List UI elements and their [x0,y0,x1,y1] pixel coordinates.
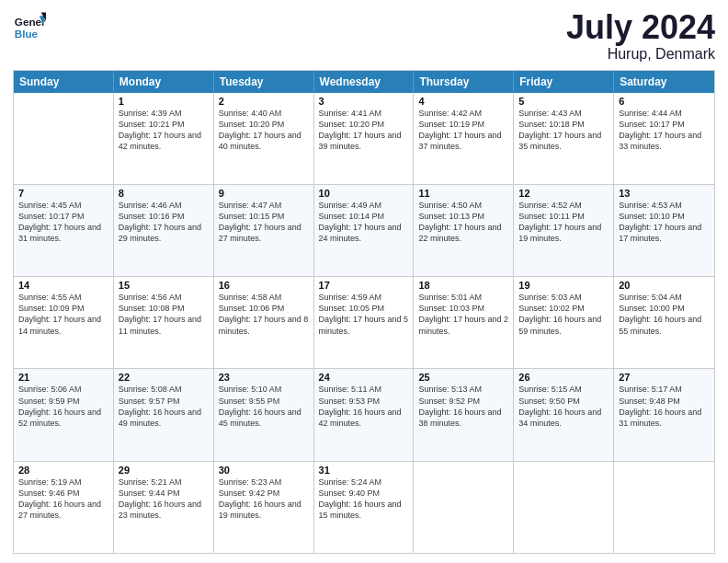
cal-cell-3-6: 27Sunrise: 5:17 AM Sunset: 9:48 PM Dayli… [614,369,714,460]
day-info: Sunrise: 4:43 AM Sunset: 10:18 PM Daylig… [518,108,609,153]
cal-cell-1-0: 7Sunrise: 4:45 AM Sunset: 10:17 PM Dayli… [14,185,114,276]
day-number: 13 [619,188,710,199]
cal-cell-0-0 [14,93,114,184]
calendar-row-3: 21Sunrise: 5:06 AM Sunset: 9:59 PM Dayli… [14,368,714,460]
day-number: 3 [319,96,409,107]
page: General Blue July 2024 Hurup, Denmark Su… [0,0,728,563]
day-info: Sunrise: 4:40 AM Sunset: 10:20 PM Daylig… [219,108,309,153]
cal-cell-1-6: 13Sunrise: 4:53 AM Sunset: 10:10 PM Dayl… [614,185,714,276]
calendar-body: 1Sunrise: 4:39 AM Sunset: 10:21 PM Dayli… [14,93,714,553]
cal-cell-4-0: 28Sunrise: 5:19 AM Sunset: 9:46 PM Dayli… [14,462,114,553]
day-number: 10 [319,188,409,199]
cal-cell-2-0: 14Sunrise: 4:55 AM Sunset: 10:09 PM Dayl… [14,277,114,368]
cal-cell-3-3: 24Sunrise: 5:11 AM Sunset: 9:53 PM Dayli… [314,369,415,460]
day-info: Sunrise: 4:45 AM Sunset: 10:17 PM Daylig… [18,200,108,245]
day-info: Sunrise: 4:41 AM Sunset: 10:20 PM Daylig… [319,108,409,153]
day-info: Sunrise: 5:13 AM Sunset: 9:52 PM Dayligh… [418,384,508,429]
day-number: 16 [219,280,309,291]
header-wednesday: Wednesday [314,71,415,93]
day-info: Sunrise: 5:01 AM Sunset: 10:03 PM Daylig… [418,292,508,337]
day-info: Sunrise: 4:44 AM Sunset: 10:17 PM Daylig… [619,108,710,153]
day-number: 21 [18,372,108,383]
day-info: Sunrise: 4:47 AM Sunset: 10:15 PM Daylig… [219,200,309,245]
calendar: Sunday Monday Tuesday Wednesday Thursday… [13,70,715,554]
day-info: Sunrise: 4:55 AM Sunset: 10:09 PM Daylig… [18,292,108,337]
day-number: 4 [418,96,508,107]
day-info: Sunrise: 4:46 AM Sunset: 10:16 PM Daylig… [119,200,209,245]
day-number: 5 [518,96,609,107]
cal-cell-2-6: 20Sunrise: 5:04 AM Sunset: 10:00 PM Dayl… [614,277,714,368]
day-number: 26 [518,372,609,383]
calendar-header: Sunday Monday Tuesday Wednesday Thursday… [14,71,714,93]
day-number: 17 [319,280,409,291]
cal-cell-0-5: 5Sunrise: 4:43 AM Sunset: 10:18 PM Dayli… [514,93,614,184]
day-number: 1 [119,96,209,107]
cal-cell-2-1: 15Sunrise: 4:56 AM Sunset: 10:08 PM Dayl… [114,277,214,368]
day-number: 18 [418,280,508,291]
cal-cell-1-2: 9Sunrise: 4:47 AM Sunset: 10:15 PM Dayli… [214,185,314,276]
day-number: 8 [119,188,209,199]
cal-cell-0-3: 3Sunrise: 4:41 AM Sunset: 10:20 PM Dayli… [314,93,415,184]
day-number: 29 [119,465,209,476]
day-number: 25 [418,372,508,383]
day-number: 14 [18,280,108,291]
day-info: Sunrise: 5:06 AM Sunset: 9:59 PM Dayligh… [18,384,108,429]
day-info: Sunrise: 4:53 AM Sunset: 10:10 PM Daylig… [619,200,710,245]
cal-cell-1-4: 11Sunrise: 4:50 AM Sunset: 10:13 PM Dayl… [414,185,514,276]
cal-cell-0-2: 2Sunrise: 4:40 AM Sunset: 10:20 PM Dayli… [214,93,314,184]
calendar-row-0: 1Sunrise: 4:39 AM Sunset: 10:21 PM Dayli… [14,93,714,184]
day-number: 7 [18,188,108,199]
day-info: Sunrise: 5:23 AM Sunset: 9:42 PM Dayligh… [219,477,309,522]
cal-cell-1-1: 8Sunrise: 4:46 AM Sunset: 10:16 PM Dayli… [114,185,214,276]
header-saturday: Saturday [614,71,714,93]
day-info: Sunrise: 4:39 AM Sunset: 10:21 PM Daylig… [119,108,209,153]
cal-cell-1-3: 10Sunrise: 4:49 AM Sunset: 10:14 PM Dayl… [314,185,415,276]
day-number: 27 [619,372,710,383]
cal-cell-4-3: 31Sunrise: 5:24 AM Sunset: 9:40 PM Dayli… [314,462,415,553]
day-info: Sunrise: 4:58 AM Sunset: 10:06 PM Daylig… [219,292,309,337]
cal-cell-3-0: 21Sunrise: 5:06 AM Sunset: 9:59 PM Dayli… [14,369,114,460]
day-info: Sunrise: 4:49 AM Sunset: 10:14 PM Daylig… [319,200,409,245]
day-number: 12 [518,188,609,199]
day-info: Sunrise: 5:11 AM Sunset: 9:53 PM Dayligh… [319,384,409,429]
day-number: 15 [119,280,209,291]
title-location: Hurup, Denmark [566,46,715,63]
day-number: 20 [619,280,710,291]
calendar-row-1: 7Sunrise: 4:45 AM Sunset: 10:17 PM Dayli… [14,184,714,276]
cal-cell-4-1: 29Sunrise: 5:21 AM Sunset: 9:44 PM Dayli… [114,462,214,553]
day-info: Sunrise: 5:10 AM Sunset: 9:55 PM Dayligh… [219,384,309,429]
cal-cell-3-1: 22Sunrise: 5:08 AM Sunset: 9:57 PM Dayli… [114,369,214,460]
cal-cell-0-6: 6Sunrise: 4:44 AM Sunset: 10:17 PM Dayli… [614,93,714,184]
day-info: Sunrise: 4:56 AM Sunset: 10:08 PM Daylig… [119,292,209,337]
day-number: 30 [219,465,309,476]
header-friday: Friday [514,71,614,93]
day-number: 31 [319,465,409,476]
cal-cell-4-6 [614,462,714,553]
day-number: 6 [619,96,710,107]
day-info: Sunrise: 5:03 AM Sunset: 10:02 PM Daylig… [518,292,609,337]
cal-cell-0-1: 1Sunrise: 4:39 AM Sunset: 10:21 PM Dayli… [114,93,214,184]
day-number: 19 [518,280,609,291]
cal-cell-4-4 [414,462,514,553]
day-info: Sunrise: 5:24 AM Sunset: 9:40 PM Dayligh… [319,477,409,522]
cal-cell-3-4: 25Sunrise: 5:13 AM Sunset: 9:52 PM Dayli… [414,369,514,460]
title-month: July 2024 [566,9,715,46]
cal-cell-3-2: 23Sunrise: 5:10 AM Sunset: 9:55 PM Dayli… [214,369,314,460]
calendar-row-4: 28Sunrise: 5:19 AM Sunset: 9:46 PM Dayli… [14,461,714,553]
cal-cell-0-4: 4Sunrise: 4:42 AM Sunset: 10:19 PM Dayli… [414,93,514,184]
cal-cell-2-4: 18Sunrise: 5:01 AM Sunset: 10:03 PM Dayl… [414,277,514,368]
day-info: Sunrise: 5:15 AM Sunset: 9:50 PM Dayligh… [518,384,609,429]
day-info: Sunrise: 4:59 AM Sunset: 10:05 PM Daylig… [319,292,409,337]
title-block: July 2024 Hurup, Denmark [566,9,715,63]
cal-cell-2-2: 16Sunrise: 4:58 AM Sunset: 10:06 PM Dayl… [214,277,314,368]
day-info: Sunrise: 5:04 AM Sunset: 10:00 PM Daylig… [619,292,710,337]
header-monday: Monday [114,71,214,93]
day-number: 28 [18,465,108,476]
cal-cell-2-5: 19Sunrise: 5:03 AM Sunset: 10:02 PM Dayl… [514,277,614,368]
day-info: Sunrise: 4:42 AM Sunset: 10:19 PM Daylig… [418,108,508,153]
calendar-row-2: 14Sunrise: 4:55 AM Sunset: 10:09 PM Dayl… [14,276,714,368]
logo-icon: General Blue [13,9,46,42]
cal-cell-3-5: 26Sunrise: 5:15 AM Sunset: 9:50 PM Dayli… [514,369,614,460]
day-number: 9 [219,188,309,199]
cal-cell-1-5: 12Sunrise: 4:52 AM Sunset: 10:11 PM Dayl… [514,185,614,276]
